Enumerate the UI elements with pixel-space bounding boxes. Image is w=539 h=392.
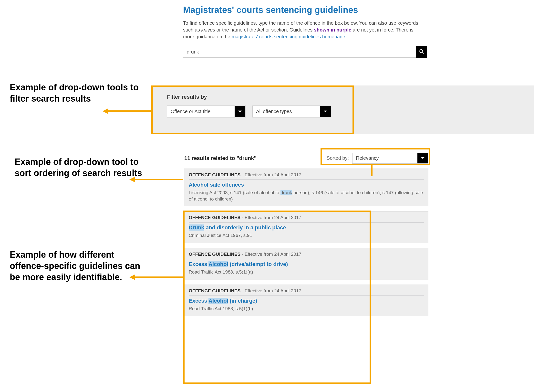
result-category: OFFENCE GUIDELINES - Effective from 24 A…: [189, 252, 424, 259]
desc-text: Licensing Act 2003, s.141 (sale of alcoh…: [189, 190, 280, 195]
annotation-filter-tools: Example of drop-down tools to filter sea…: [10, 82, 142, 104]
result-description: Road Traffic Act 1988, s.5(1)(a): [189, 269, 424, 275]
desc-text: Criminal Justice Act 1967, s.91: [189, 233, 252, 238]
page-title: Magistrates' courts sentencing guideline…: [183, 5, 534, 15]
results-list: OFFENCE GUIDELINES - Effective from 24 A…: [184, 169, 428, 321]
category-label: OFFENCE GUIDELINES: [189, 172, 240, 177]
filter-panel: Filter results by Offence or Act title A…: [151, 85, 534, 134]
dropdown-label: Offence or Act title: [167, 106, 235, 117]
svg-marker-3: [129, 177, 135, 182]
results-count: 11 results related to "drunk": [184, 155, 257, 161]
title-text: (drive/attempt to drive): [228, 261, 288, 267]
homepage-link[interactable]: magistrates' courts sentencing guideline…: [232, 34, 345, 39]
highlight-box-sort-leg: [371, 164, 373, 176]
result-category: OFFENCE GUIDELINES - Effective from 24 A…: [189, 215, 424, 222]
svg-marker-5: [129, 274, 135, 280]
result-title-link[interactable]: Alcohol sale offences: [189, 182, 424, 188]
result-title-link[interactable]: Excess Alcohol (in charge): [189, 298, 424, 304]
chevron-down-icon: [320, 106, 331, 117]
desc-highlight: drunk: [280, 190, 292, 195]
title-text: Excess: [189, 298, 208, 304]
title-text: Alcohol sale offences: [189, 182, 244, 188]
chevron-down-icon: [417, 153, 428, 163]
search-button[interactable]: [416, 46, 427, 58]
intro-part: .: [345, 34, 347, 39]
dropdown-label: All offence types: [253, 106, 320, 117]
category-label: OFFENCE GUIDELINES: [189, 252, 240, 257]
effective-date: - Effective from 24 April 2017: [240, 172, 301, 177]
intro-purple-note: shown in purple: [314, 27, 351, 32]
desc-text: Road Traffic Act 1988, s.5(1)(a): [189, 269, 253, 275]
intro-part: or the name of the Act or section. Guide…: [215, 27, 314, 32]
category-label: OFFENCE GUIDELINES: [189, 215, 240, 220]
title-text: and disorderly in a public place: [204, 224, 286, 231]
arrow-to-sort: [129, 176, 186, 183]
title-highlight: Alcohol: [208, 261, 228, 267]
result-card: OFFENCE GUIDELINES - Effective from 24 A…: [184, 211, 428, 243]
category-label: OFFENCE GUIDELINES: [189, 288, 240, 293]
filter-offence-type-dropdown[interactable]: All offence types: [252, 106, 331, 117]
title-highlight: Alcohol: [208, 298, 228, 304]
result-card: OFFENCE GUIDELINES - Effective from 24 A…: [184, 248, 428, 280]
result-description: Criminal Justice Act 1967, s.91: [189, 232, 424, 239]
chevron-down-icon: [235, 106, 245, 117]
search-row: [183, 46, 427, 58]
desc-text: Road Traffic Act 1988, s.5(1)(b): [189, 306, 253, 311]
intro-text: To find offence specific guidelines, typ…: [183, 20, 422, 40]
result-category: OFFENCE GUIDELINES - Effective from 24 A…: [189, 288, 424, 296]
effective-date: - Effective from 24 April 2017: [240, 215, 301, 220]
result-description: Road Traffic Act 1988, s.5(1)(b): [189, 306, 424, 312]
guidelines-search-page: Magistrates' courts sentencing guideline…: [183, 2, 534, 58]
search-icon: [419, 49, 424, 55]
search-input[interactable]: [183, 46, 416, 58]
sort-value: Relevancy: [352, 153, 417, 163]
effective-date: - Effective from 24 April 2017: [240, 252, 301, 257]
result-title-link[interactable]: Drunk and disorderly in a public place: [189, 224, 424, 231]
filter-title: Filter results by: [167, 94, 518, 100]
annotation-sort-tool: Example of drop-down tool to sort orderi…: [15, 156, 146, 179]
annotation-result-identification: Example of how different offence-specifi…: [10, 249, 142, 283]
title-text: Excess: [189, 261, 208, 267]
intro-keyword-example: knives: [201, 27, 215, 32]
arrow-to-filter: [103, 107, 154, 115]
filter-offence-title-dropdown[interactable]: Offence or Act title: [167, 106, 246, 117]
title-text: (in charge): [228, 298, 257, 304]
result-description: Licensing Act 2003, s.141 (sale of alcoh…: [189, 190, 424, 202]
results-header: 11 results related to "drunk" Sorted by:…: [184, 153, 428, 164]
result-category: OFFENCE GUIDELINES - Effective from 24 A…: [189, 172, 424, 180]
result-card: OFFENCE GUIDELINES - Effective from 24 A…: [184, 285, 428, 316]
svg-marker-1: [103, 108, 108, 114]
sort-box: Sorted by: Relevancy: [327, 153, 428, 164]
result-title-link[interactable]: Excess Alcohol (drive/attempt to drive): [189, 261, 424, 267]
sort-label: Sorted by:: [327, 155, 349, 161]
sort-dropdown[interactable]: Relevancy: [352, 153, 428, 164]
result-card: OFFENCE GUIDELINES - Effective from 24 A…: [184, 169, 428, 206]
filter-dropdowns: Offence or Act title All offence types: [167, 106, 518, 117]
arrow-to-results: [129, 274, 186, 281]
effective-date: - Effective from 24 April 2017: [240, 288, 301, 293]
title-highlight: Drunk: [189, 224, 204, 231]
